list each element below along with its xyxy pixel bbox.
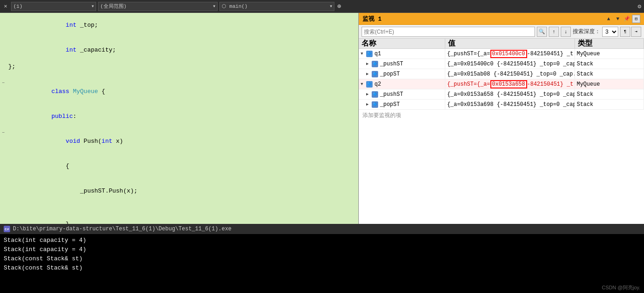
function-dropdown[interactable]: ⬡ main() ▼ [219, 2, 334, 11]
watch-type-q2-popst: Stack [575, 100, 644, 109]
watch-row-q1[interactable]: ▼ 🔷 q1 {_pushST={_a=0x015400c0 -84215045… [359, 49, 644, 59]
watch-format-btn[interactable]: ¶ [620, 27, 630, 37]
bottom-area: C# D:\bite\primary-data-structure\Test_1… [0, 224, 644, 293]
code-line: { [0, 154, 358, 179]
watch-row-q2[interactable]: ▼ 🔷 q2 {_pushST={_a=0x0153a658 -84215045… [359, 79, 644, 89]
add-watch-item[interactable]: 添加要监视的项 [359, 110, 644, 121]
col-type: 类型 [575, 39, 644, 48]
watch-pin-btn[interactable]: 📌 [623, 15, 631, 23]
watch-title: 监视 1 [362, 15, 604, 23]
code-content[interactable]: int _top; int _capacity; }; [0, 13, 358, 224]
top-toolbar: ✕ (1) ▼ (全局范围) ▼ ⬡ main() ▼ ⊕ ⚙ [0, 0, 644, 13]
col-value: 值 [445, 39, 575, 48]
console-line: Stack(int capacity = 4) [4, 245, 640, 254]
watch-value-q2-pushst: {_a=0x0153a658 {-842150451} _top=0 _cap.… [445, 89, 575, 99]
code-line: }; [0, 63, 358, 71]
line-content: public: [6, 104, 76, 129]
watch-grid-btn[interactable]: ⊞ [632, 15, 640, 23]
console-title-text: D:\bite\primary-data-structure\Test_11_6… [13, 226, 231, 232]
line-content: class MyQueue { [6, 79, 105, 104]
watch-row-q1-popst[interactable]: ▶ 🔷 _popST {_a=0x015ab08 {-842150451} _t… [359, 69, 644, 79]
watch-name-q1: ▼ 🔷 q1 [359, 49, 445, 59]
scope-dropdown[interactable]: (1) ▼ [11, 2, 96, 11]
watch-type-q1-popst: Stack [575, 69, 644, 79]
watch-name-q1-popst: ▶ 🔷 _popST [359, 69, 445, 79]
watch-title-bar: 监视 1 ▲ ▼ 📌 ⊞ [359, 13, 644, 25]
console-icon: C# [4, 226, 10, 232]
close-button[interactable]: ✕ [1, 2, 10, 11]
watch-type-q1: MyQueue [575, 49, 644, 59]
code-line [0, 71, 358, 79]
watch-type-q1-pushst: Stack [575, 59, 644, 69]
console-content[interactable]: Stack(int capacity = 4) Stack(int capaci… [0, 234, 644, 293]
watch-value-q1: {_pushST={_a=0x015400c0 -842150451} _t..… [445, 49, 575, 59]
toolbar-main: (1) ▼ (全局范围) ▼ ⬡ main() ▼ ⊕ [10, 2, 638, 11]
code-line: int _capacity; [0, 38, 358, 63]
watch-name-q2-pushst: ▶ 🔷 _pushST [359, 89, 445, 99]
watch-type-q2: MyQueue [575, 79, 644, 89]
watch-table-header: 名称 值 类型 [359, 39, 644, 49]
watch-name-q2-popst: ▶ 🔷 _popST [359, 100, 445, 109]
highlighted-address-q1: 0x015400c0 [490, 50, 527, 58]
line-marker: − [0, 79, 6, 88]
watch-value-q1-pushst: {_a=0x015400c0 {-842150451} _top=0 _cap.… [445, 59, 575, 69]
line-content [6, 71, 12, 79]
watch-row-q2-pushst[interactable]: ▶ 🔷 _pushST {_a=0x0153a658 {-842150451} … [359, 89, 644, 100]
line-content: int _top; [6, 13, 98, 38]
stack-icon: 🔷 [366, 81, 373, 88]
watch-up-btn[interactable]: ▲ [604, 15, 613, 23]
watch-type-q2-pushst: Stack [575, 89, 644, 99]
func-arrow-icon: ▼ [330, 4, 332, 8]
highlighted-address-q2: 0x0153a658 [490, 80, 527, 88]
expand-arrow-q1-pushst[interactable]: ▶ [366, 61, 371, 66]
expand-arrow-q1[interactable]: ▼ [361, 52, 365, 56]
code-lines: int _top; int _capacity; }; [0, 13, 358, 224]
expand-arrow-q1-popst[interactable]: ▶ [366, 71, 371, 76]
code-line: } [0, 212, 358, 224]
line-content [6, 204, 12, 212]
watch-value-q2-popst: {_a=0x0153a698 {-842150451} _top=0 _cap.… [445, 100, 575, 109]
context-dropdown[interactable]: (全局范围) ▼ [98, 2, 218, 11]
expand-arrow-q2[interactable]: ▼ [361, 82, 365, 87]
watch-tab-btn[interactable]: ⇥ [631, 27, 641, 37]
scope-arrow-icon: ▼ [92, 4, 94, 8]
watch-name-q1-pushst: ▶ 🔷 _pushST [359, 59, 445, 69]
gear-icon[interactable]: ⚙ [638, 3, 641, 10]
watermark: CSDN @阿亮joy. [602, 284, 640, 291]
code-line: − void Push(int x) [0, 129, 358, 154]
watch-down-btn[interactable]: ▼ [614, 15, 622, 23]
console-title-bar: C# D:\bite\primary-data-structure\Test_1… [0, 224, 644, 234]
code-line: int _top; [0, 13, 358, 38]
watch-search-input[interactable] [362, 27, 535, 37]
search-depth-select[interactable]: 3 1 2 4 5 [602, 27, 618, 37]
search-up-btn[interactable]: ↑ [549, 27, 559, 37]
expand-arrow-q2-popst[interactable]: ▶ [366, 102, 371, 107]
context-arrow-icon: ▼ [213, 4, 215, 8]
col-name: 名称 [359, 39, 445, 48]
stack-icon: 🔷 [372, 61, 378, 67]
watch-search-extra: ¶ ⇥ [620, 27, 641, 37]
line-content: _pushST.Push(x); [6, 179, 138, 204]
expand-arrow-q2-pushst[interactable]: ▶ [366, 92, 371, 97]
watch-row-q2-popst[interactable]: ▶ 🔷 _popST {_a=0x0153a698 {-842150451} _… [359, 100, 644, 110]
code-line: − class MyQueue { [0, 79, 358, 104]
search-down-btn[interactable]: ↓ [561, 27, 571, 37]
line-marker: − [0, 129, 6, 137]
stack-icon: 🔷 [372, 71, 378, 77]
console-line: Stack(int capacity = 4) [4, 236, 640, 245]
code-line: _pushST.Push(x); [0, 179, 358, 204]
search-icon[interactable]: 🔍 [537, 27, 547, 37]
watch-table[interactable]: ▼ 🔷 q1 {_pushST={_a=0x015400c0 -84215045… [359, 49, 644, 224]
console-line: Stack(const Stack& st) [4, 254, 640, 264]
watch-search-bar: 🔍 ↑ ↓ 搜索深度： 3 1 2 4 5 ¶ ⇥ [359, 25, 644, 39]
watch-row-q1-pushst[interactable]: ▶ 🔷 _pushST {_a=0x015400c0 {-842150451} … [359, 59, 644, 69]
console-line: Stack(const Stack& st) [4, 264, 640, 273]
stack-icon: 🔷 [372, 91, 378, 98]
line-content: int _capacity; [6, 38, 116, 63]
code-panel: int _top; int _capacity; }; [0, 13, 359, 224]
stack-icon: 🔷 [366, 51, 373, 57]
line-content: { [6, 154, 69, 179]
pin-button[interactable]: ⊕ [337, 2, 341, 10]
line-content: } [6, 212, 69, 224]
code-line: public: [0, 104, 358, 129]
